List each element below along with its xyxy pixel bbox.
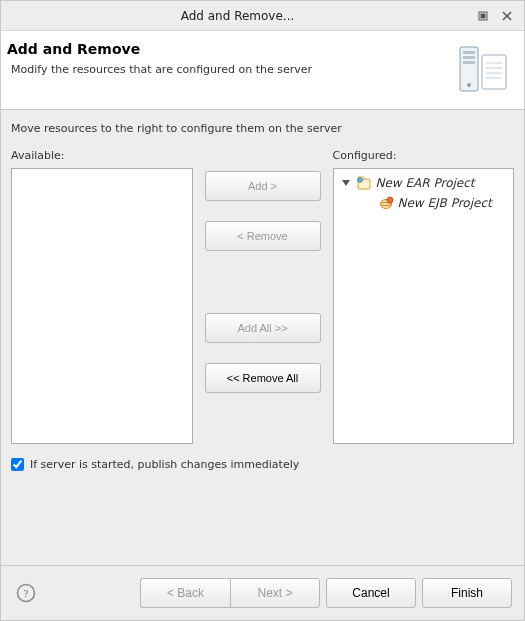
- svg-rect-7: [463, 61, 475, 64]
- minimize-icon[interactable]: [474, 7, 492, 25]
- cancel-button[interactable]: Cancel: [326, 578, 416, 608]
- add-button[interactable]: Add >: [205, 171, 321, 201]
- transfer-buttons: Add > < Remove Add All >> << Remove All: [205, 149, 321, 444]
- help-icon[interactable]: ?: [13, 580, 39, 606]
- available-label: Available:: [11, 149, 193, 162]
- tree-root-item[interactable]: New EAR Project: [334, 173, 514, 193]
- finish-button[interactable]: Finish: [422, 578, 512, 608]
- ear-project-icon: [356, 175, 372, 191]
- banner-heading: Add and Remove: [7, 41, 442, 57]
- svg-rect-1: [481, 13, 486, 18]
- wizard-banner: Add and Remove Modify the resources that…: [1, 31, 524, 110]
- banner-text: Add and Remove Modify the resources that…: [7, 39, 442, 76]
- svg-point-17: [357, 178, 362, 183]
- svg-rect-9: [482, 55, 506, 89]
- svg-rect-5: [463, 51, 475, 54]
- publish-checkbox-row: If server is started, publish changes im…: [11, 458, 514, 471]
- configured-column: Configured: New EAR Project New EJB Proj…: [333, 149, 515, 444]
- configured-label: Configured:: [333, 149, 515, 162]
- remove-button[interactable]: < Remove: [205, 221, 321, 251]
- titlebar: Add and Remove...: [1, 1, 524, 31]
- publish-checkbox-label: If server is started, publish changes im…: [30, 458, 299, 471]
- window-title: Add and Remove...: [1, 9, 474, 23]
- available-column: Available:: [11, 149, 193, 444]
- remove-all-button[interactable]: << Remove All: [205, 363, 321, 393]
- back-button[interactable]: < Back: [140, 578, 230, 608]
- banner-subheading: Modify the resources that are configured…: [11, 63, 442, 76]
- configured-tree[interactable]: New EAR Project New EJB Project: [333, 168, 515, 444]
- available-list[interactable]: [11, 168, 193, 444]
- wizard-button-bar: ? < Back Next > Cancel Finish: [1, 565, 524, 620]
- publish-checkbox[interactable]: [11, 458, 24, 471]
- transfer-columns: Available: Add > < Remove Add All >> << …: [11, 149, 514, 444]
- back-next-pair: < Back Next >: [140, 578, 320, 608]
- close-icon[interactable]: [498, 7, 516, 25]
- svg-point-8: [467, 83, 471, 87]
- add-all-button[interactable]: Add All >>: [205, 313, 321, 343]
- tree-expand-icon[interactable]: [340, 178, 352, 188]
- svg-rect-6: [463, 56, 475, 59]
- next-button[interactable]: Next >: [230, 578, 320, 608]
- svg-text:?: ?: [24, 587, 29, 599]
- instruction-text: Move resources to the right to configure…: [11, 122, 514, 135]
- ejb-project-icon: [378, 195, 394, 211]
- tree-child-label: New EJB Project: [398, 196, 492, 210]
- tree-root-label: New EAR Project: [376, 176, 475, 190]
- svg-marker-14: [342, 180, 350, 186]
- tree-child-item[interactable]: New EJB Project: [334, 193, 514, 213]
- server-graphic-icon: [452, 39, 512, 99]
- titlebar-buttons: [474, 7, 516, 25]
- wizard-body: Move resources to the right to configure…: [1, 110, 524, 565]
- svg-point-20: [387, 197, 393, 203]
